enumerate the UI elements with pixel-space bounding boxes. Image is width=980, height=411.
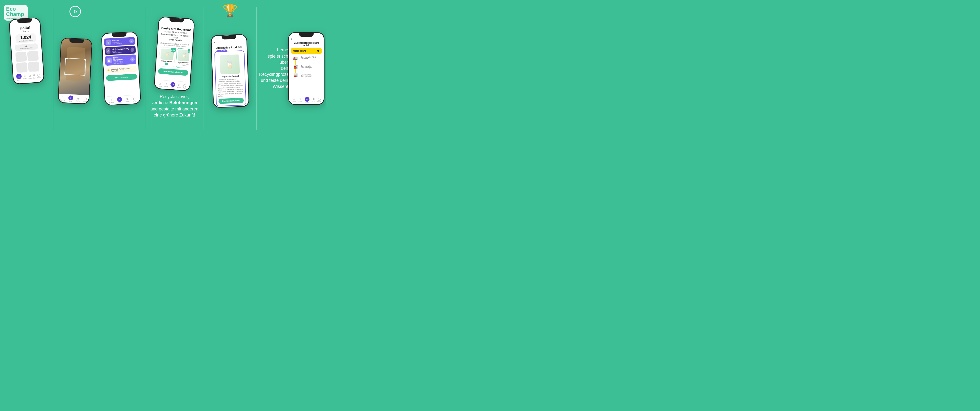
- username-text: Charlie: [22, 30, 29, 33]
- nav-profil-label-4: Profil: [183, 87, 186, 89]
- nav-home-6[interactable]: ⌂ Home: [292, 98, 296, 102]
- nav-scan-4[interactable]: ⊙ Scan: [170, 82, 175, 89]
- step3-label: Sortierung in Sortieranlagen: [301, 73, 321, 77]
- recycle-badge-container: ♻: [68, 5, 82, 19]
- nav-profil-3[interactable]: ◯ Profil: [133, 97, 137, 102]
- info-button[interactable]: Info weitere information: [15, 43, 38, 51]
- becher-info: Becher Kunststoff Bitte recyceln!: [112, 38, 128, 44]
- nav-profil-label-1: Profil: [37, 77, 41, 78]
- nav-scan-label-4: Scan: [171, 87, 174, 89]
- nav-profil-label-6: Profil: [317, 101, 321, 102]
- nav-home-label-4: Home: [158, 85, 162, 87]
- step1-label-col: Sortierung im Privat Haushalt: [301, 56, 321, 60]
- similar-label: Finde ähnliche Produkte, mit denen du ei…: [160, 42, 190, 48]
- item-more-2[interactable]: ›: [130, 48, 134, 52]
- nav-karte-3[interactable]: ⊞ Karte: [126, 97, 129, 102]
- back-arrow-6[interactable]: ‹: [291, 37, 292, 41]
- nav-events-1[interactable]: ☆ Events: [22, 74, 27, 80]
- karte-icon-3: ⊞: [126, 97, 129, 100]
- nav-home-label-1: Home: [17, 79, 21, 81]
- nav-events-2[interactable]: ☆ Events: [60, 96, 65, 101]
- events-icon-2: ☆: [61, 96, 64, 99]
- nav-events-4[interactable]: ☆ Events: [164, 82, 169, 88]
- nav-profil-6[interactable]: ◯ Profil: [317, 97, 321, 102]
- nav-home-4[interactable]: ⌂ Home: [158, 82, 162, 87]
- alt-title: Alternative Produkte: [214, 45, 244, 49]
- nav-profil-4[interactable]: ◯ Profil: [183, 84, 186, 89]
- nav-events-label-4: Events: [164, 86, 169, 88]
- section-3: 🥤 Becher Kunststoff Bitte recyceln! › 🏷 …: [97, 0, 145, 137]
- nav-karte-6[interactable]: ⊞ Karte: [312, 97, 315, 102]
- logo-eco-text: Eco: [6, 6, 16, 12]
- profil-icon-6: ◯: [318, 97, 321, 101]
- back-arrow-5[interactable]: ‹: [214, 40, 215, 44]
- scan-icon-6: ⊙: [305, 97, 309, 102]
- app-container: Eco Champ Deine Recycling App Hallo! Cha…: [0, 0, 326, 137]
- bottom-nav-1: ⌂ Home ☆ Events ⊙ Scan ⊞: [16, 71, 41, 81]
- nav-scan-3[interactable]: ⊙ Scan: [117, 97, 122, 104]
- trash-icon: 🗑: [317, 49, 320, 53]
- nav-karte-4[interactable]: ⊞ Karte: [177, 83, 181, 88]
- process-title: Das passiert mit deinem Abfall: [291, 41, 322, 46]
- nav-profil-2[interactable]: ◯ Profil: [83, 97, 87, 102]
- item-more-1[interactable]: ›: [129, 39, 134, 43]
- process-step-3: 🏭 Sortierung in Sortieranlagen: [292, 73, 321, 77]
- nav-karte-1[interactable]: ⊞ Karte: [32, 73, 36, 79]
- bottom-nav-2: ☆ Events ⊙ Scan ⊞ Karte ◯: [58, 94, 89, 104]
- process-header: ‹: [291, 37, 322, 41]
- process-step-2: 🏭 Sortierung in Sortieranlagen: [292, 65, 321, 73]
- right-text-section: Lerne spielerisch über den Recyclingproz…: [259, 47, 288, 89]
- phone-notch-6: [299, 33, 313, 37]
- phone-notch-3: [112, 32, 127, 37]
- profil-icon-1: ◯: [37, 73, 40, 77]
- bottom-nav-6: ⌂ Home ☆ Events ⊙ Scan ⊞: [291, 96, 322, 104]
- back-arrow-4[interactable]: ‹: [161, 22, 162, 25]
- alt-product-card: 10 Punkte 🥛 Veganutri Jogurt Lorem ipsum…: [214, 50, 246, 106]
- events-icon-1: ☆: [24, 74, 26, 78]
- product1-points-label: Punkte: [171, 49, 175, 51]
- phone-thanks-content: ‹ Danke fürs Recyceln! Du hast 2 Punkte …: [154, 17, 194, 90]
- select-product-btn[interactable]: Produkt auswählen: [218, 97, 244, 104]
- nav-home-label-6: Home: [292, 101, 296, 102]
- factory-icon-2: 🏭: [293, 73, 298, 77]
- product-card-1[interactable]: 7 Punkte 🥛 Milbona Joghurt 🛒: [158, 47, 175, 67]
- nav-events-label-2: Events: [60, 99, 65, 101]
- karte-icon-2: ⊞: [77, 97, 80, 100]
- cart-btn-1[interactable]: 🛒: [165, 62, 169, 65]
- collect-emoji: 😊: [108, 69, 110, 71]
- nav-scan-6[interactable]: ⊙ Scan: [305, 97, 309, 104]
- placeholder-card-2: [27, 51, 38, 61]
- item-more-3[interactable]: ›: [130, 57, 135, 62]
- thanks-total: Dein Punktestand beträgt jetzt schon 1.0…: [160, 33, 191, 42]
- nav-scan-label-6: Scan: [305, 102, 309, 104]
- recycle-item-3: 📄 Hülse, Banderole Papier / Karton Bitte…: [105, 54, 136, 65]
- phone-notch-5: [221, 35, 236, 40]
- nav-home-1[interactable]: ⌂ Home: [16, 73, 22, 81]
- step1-line: [295, 60, 296, 65]
- bin-label: Gelbe Tonne: [293, 49, 306, 52]
- step2-label-col: Sortierung in Sortieranlagen: [301, 65, 321, 68]
- nav-scan-label-1: Scan: [28, 77, 32, 79]
- process-title-text: Das passiert mit deinem Abfall: [294, 41, 319, 46]
- nav-events-3[interactable]: ☆ Events: [109, 98, 114, 103]
- home-icon-4: ⌂: [159, 82, 161, 85]
- nav-scan-2[interactable]: ⊙ Scan: [68, 95, 73, 102]
- nav-events-label-3: Events: [109, 102, 114, 103]
- nav-scan-1[interactable]: ⊙ Scan: [28, 74, 32, 79]
- product-card-2[interactable]: 8 Punkte 🥛 Veganutri Jogurt Bio oregano …: [175, 48, 189, 68]
- waste-bin-btn[interactable]: Gelbe Tonne 🗑: [291, 48, 322, 54]
- product2-desc: Bio oregano vegan Joghurt: [177, 63, 190, 67]
- phone-alternative: ‹ Alternative Produkte 10 Punkte 🥛 Vegan…: [211, 34, 250, 108]
- scan-icon-1: ⊙: [29, 74, 31, 78]
- nav-events-6[interactable]: ☆ Events: [298, 97, 302, 102]
- nav-karte-2[interactable]: ⊞ Karte: [76, 97, 80, 102]
- step2-line: [295, 68, 296, 73]
- becher-icon: 🥤: [106, 40, 111, 45]
- section-6: Lerne spielerisch über den Recyclingproz…: [257, 0, 326, 137]
- alt-product-name: Veganutri Jogurt: [218, 75, 243, 78]
- abzieh-info: Abziehverpackung Metall Bitte abziehen!: [112, 47, 129, 53]
- mid-line2-bold: Belohnungen: [170, 100, 197, 105]
- nav-profil-1[interactable]: ◯ Profil: [37, 73, 41, 78]
- step1-label: Sortierung im Privat Haushalt: [301, 56, 321, 60]
- recycle-item-2: 🏷 Abziehverpackung Metall Bitte abziehen…: [104, 46, 135, 55]
